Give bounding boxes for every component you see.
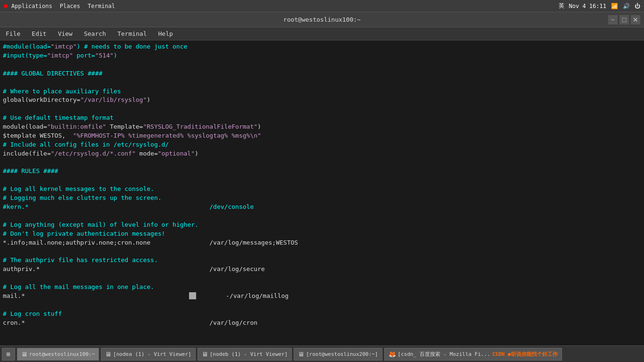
close-button[interactable]: ✕ bbox=[631, 15, 640, 25]
code-line bbox=[3, 247, 641, 256]
code-line: #### RULES #### bbox=[3, 167, 641, 176]
menu-help[interactable]: Help bbox=[157, 29, 175, 38]
menu-terminal[interactable]: Terminal bbox=[116, 29, 149, 38]
taskbar-apps-button[interactable]: ⊞ bbox=[2, 348, 15, 361]
code-line: include(file="/etc/rsyslog.d/*.conf" mod… bbox=[3, 149, 641, 158]
menu-search[interactable]: Search bbox=[82, 29, 108, 38]
code-line bbox=[3, 60, 641, 69]
terminal-window: root@westoslinux100:~ － □ ✕ File Edit Vi… bbox=[0, 12, 644, 362]
terminal-icon: 🖥 bbox=[298, 351, 304, 358]
code-line: authpriv.* /var/log/secure bbox=[3, 265, 641, 274]
code-line bbox=[3, 274, 641, 283]
menu-view[interactable]: View bbox=[56, 29, 74, 38]
code-line: global(workDirectory="/var/lib/rsyslog") bbox=[3, 96, 641, 105]
code-line: # Log anything (except mail) of level in… bbox=[3, 221, 641, 230]
code-line: # Where to place auxiliary files bbox=[3, 87, 641, 96]
code-line: # Logging much else clutters up the scre… bbox=[3, 194, 641, 203]
sound-icon: 🔊 bbox=[623, 3, 630, 9]
code-line bbox=[3, 105, 641, 114]
code-line bbox=[3, 301, 641, 310]
code-line: # Log cron stuff bbox=[3, 310, 641, 319]
taskbar: ⊞ 🖥 root@westoslinux100:~ 🖥 [nodea (1) -… bbox=[0, 346, 644, 362]
taskbar-label: root@westoslinux100:~ bbox=[29, 351, 95, 357]
taskbar-label: [root@westoslinux200:~] bbox=[306, 351, 378, 357]
terminal-menu[interactable]: Terminal bbox=[88, 3, 115, 9]
taskbar-item-terminal[interactable]: 🖥 root@westoslinux100:~ bbox=[17, 348, 99, 361]
system-bar: Applications Places Terminal 英 Nov 4 16:… bbox=[0, 0, 644, 12]
code-line: # Include all config files in /etc/rsysl… bbox=[3, 140, 641, 149]
code-line: mail.* -/var/log/maillog bbox=[3, 292, 641, 301]
vm-icon: 🖥 bbox=[202, 351, 208, 358]
wifi-icon: 📶 bbox=[611, 3, 618, 9]
code-line bbox=[3, 78, 641, 87]
code-line: *.info;mail.none;authpriv.none;cron.none… bbox=[3, 239, 641, 247]
code-line: # The authpriv file has restricted acces… bbox=[3, 256, 641, 265]
code-line bbox=[3, 212, 641, 221]
applications-menu[interactable]: Applications bbox=[11, 3, 52, 9]
code-line bbox=[3, 158, 641, 167]
code-line: # Log all kernel messages to the console… bbox=[3, 185, 641, 194]
firefox-icon: 🦊 bbox=[388, 351, 396, 358]
places-menu[interactable]: Places bbox=[60, 3, 80, 9]
window-title: root@westoslinux100:~ bbox=[283, 16, 361, 23]
menu-bar: File Edit View Search Terminal Help bbox=[0, 27, 644, 41]
code-line: $template WESTOS, "%FROMHOST-IP% %timege… bbox=[3, 132, 641, 140]
taskbar-item-nodeb[interactable]: 🖥 [nodeb (1) - Virt Viewer] bbox=[198, 348, 292, 361]
terminal-content[interactable]: #module(load="imtcp") # needs to be done… bbox=[0, 41, 644, 352]
menu-edit[interactable]: Edit bbox=[30, 29, 48, 38]
terminal-icon: 🖥 bbox=[21, 351, 27, 358]
datetime-display: Nov 4 16:11 bbox=[569, 3, 606, 9]
code-line: #kern.* /dev/console bbox=[3, 203, 641, 212]
code-line: # Use default timestamp format bbox=[3, 114, 641, 123]
menu-file[interactable]: File bbox=[4, 29, 22, 38]
maximize-button[interactable]: □ bbox=[619, 15, 629, 25]
title-bar: root@westoslinux100:~ － □ ✕ bbox=[0, 12, 644, 27]
code-line: #### GLOBAL DIRECTIVES #### bbox=[3, 69, 641, 78]
code-line: # Log all the mail messages in one place… bbox=[3, 283, 641, 292]
code-line: cron.* /var/log/cron bbox=[3, 319, 641, 328]
code-line: #input(type="imtcp" port="514") bbox=[3, 51, 641, 60]
taskbar-item-firefox[interactable]: 🦊 [csdn_ 百度搜索 - Mozilla Fi... CSDN ●听说你能… bbox=[384, 348, 562, 361]
code-line: #module(load="imtcp") # needs to be done… bbox=[3, 42, 641, 51]
taskbar-label: [nodea (1) - Virt Viewer] bbox=[113, 351, 191, 357]
taskbar-label: [csdn_ 百度搜索 - Mozilla Fi... bbox=[398, 351, 490, 358]
taskbar-item-nodea[interactable]: 🖥 [nodea (1) - Virt Viewer] bbox=[101, 348, 196, 361]
taskbar-label: [nodeb (1) - Virt Viewer] bbox=[210, 351, 288, 357]
vm-icon: 🖥 bbox=[105, 351, 111, 358]
power-icon: ⏻ bbox=[635, 3, 640, 9]
csdn-brand: CSDN ●听说你能找个好工作 bbox=[492, 351, 558, 358]
code-line: # Don't log private authentication messa… bbox=[3, 230, 641, 239]
language-indicator: 英 bbox=[559, 2, 564, 10]
code-line: module(load="builtin:omfile" Template="R… bbox=[3, 123, 641, 132]
distro-icon bbox=[4, 4, 8, 8]
code-line bbox=[3, 176, 641, 185]
taskbar-item-westos200[interactable]: 🖥 [root@westoslinux200:~] bbox=[294, 348, 382, 361]
minimize-button[interactable]: － bbox=[608, 15, 618, 25]
